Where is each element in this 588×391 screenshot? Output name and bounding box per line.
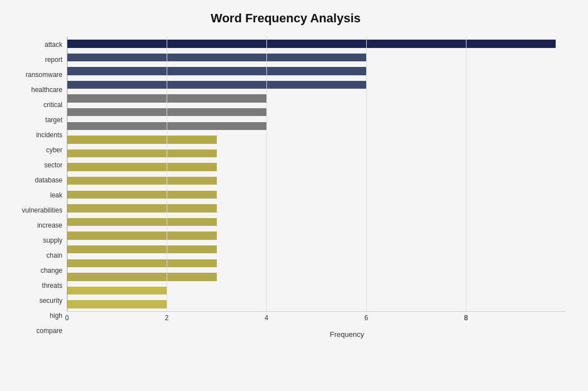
y-label: security [6,297,62,304]
x-axis: 024688 [67,311,566,328]
y-label: ransomware [6,71,62,78]
bar [67,204,217,212]
bar-row [67,37,566,51]
chart-container: Word Frequency Analysis attackreportrans… [0,0,588,391]
bars-container [67,37,566,311]
y-label: change [6,267,62,274]
y-label: critical [6,102,62,108]
bar-row [67,64,566,78]
bar [67,94,266,102]
bars-and-grid: 024688 [67,37,566,328]
y-label: chain [6,252,62,259]
bar-row [67,174,566,188]
bar-row [67,51,566,65]
y-label: healthcare [6,86,62,93]
bar-row [67,201,566,215]
bar [67,259,217,267]
y-label: sector [6,162,62,168]
y-label: high [6,312,62,319]
bar-row [67,257,566,271]
bar-row [67,133,566,147]
bar [67,245,217,253]
bar [67,163,217,171]
y-label: increase [6,222,62,229]
bar [67,177,217,185]
bar [67,273,217,281]
y-label: threats [6,282,62,289]
bar [67,108,266,116]
bar [67,54,366,61]
chart-area: attackreportransomwarehealthcarecritical… [6,37,566,339]
y-label: compare [6,327,62,334]
y-label: attack [6,41,62,48]
bar-row [67,91,566,105]
y-label: incidents [6,132,62,138]
bar-row [67,284,566,298]
bar-row [67,78,566,92]
x-tick: 2 [161,314,172,322]
bar-row [67,297,566,311]
bar-row [67,105,566,119]
y-label: cyber [6,147,62,153]
bar [67,81,366,89]
bar [67,191,217,199]
bar-row [67,188,566,202]
x-tick: 4 [261,314,272,322]
y-label: database [6,177,62,184]
y-labels: attackreportransomwarehealthcarecritical… [6,37,67,339]
bar [67,287,167,295]
y-label: target [6,117,62,123]
x-tick: 0 [61,314,72,322]
bar [67,300,167,308]
bar-row [67,229,566,243]
chart-title: Word Frequency Analysis [6,11,566,26]
y-label: leak [6,192,62,199]
bar-row [67,147,566,161]
bar-row [67,243,566,257]
bar [67,40,556,47]
bar-row [67,270,566,284]
bar-row [67,160,566,174]
x-tick: 8 [460,314,472,322]
y-label: vulnerabilities [6,207,62,214]
y-label: report [6,56,62,63]
x-tick: 6 [361,314,372,322]
bar [67,149,217,157]
bar [67,218,217,226]
bar [67,136,217,143]
x-axis-label: Frequency [67,330,566,339]
y-label: supply [6,237,62,244]
bar-row [67,215,566,229]
bar [67,231,217,239]
bar [67,122,266,130]
bar-row [67,119,566,133]
bar [67,67,366,75]
